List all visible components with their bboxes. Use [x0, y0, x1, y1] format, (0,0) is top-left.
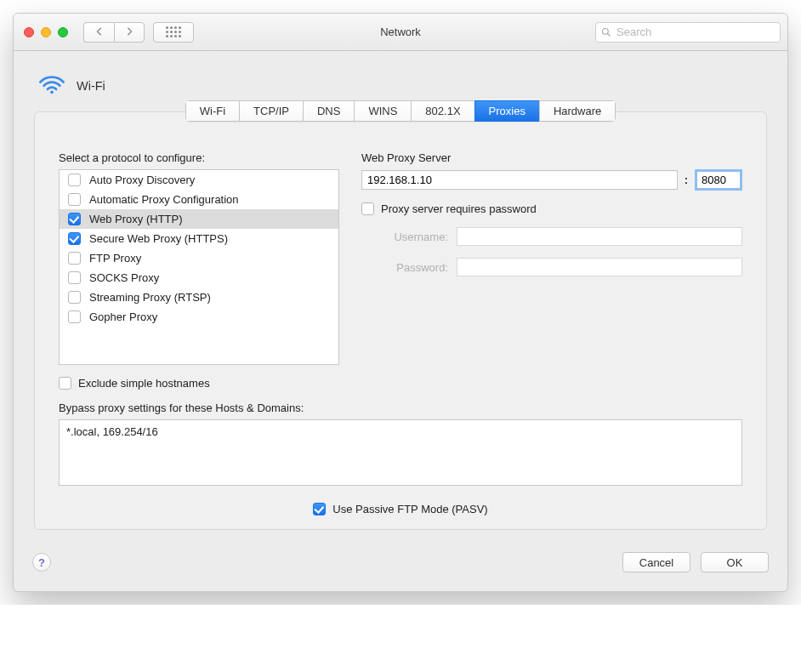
passive-ftp-checkbox[interactable] — [313, 503, 326, 515]
zoom-window-button[interactable] — [58, 27, 68, 37]
protocol-checkbox[interactable] — [68, 271, 81, 284]
requires-password-label: Proxy server requires password — [381, 202, 537, 215]
tab-802-1x[interactable]: 802.1X — [411, 100, 474, 122]
minimize-window-button[interactable] — [41, 27, 51, 37]
protocol-row[interactable]: FTP Proxy — [60, 248, 338, 268]
help-icon: ? — [38, 556, 45, 569]
proxy-port-input[interactable] — [695, 169, 742, 191]
ok-button[interactable]: OK — [701, 552, 769, 572]
protocol-column: Select a protocol to configure: Auto Pro… — [59, 151, 339, 390]
protocol-checkbox[interactable] — [68, 174, 81, 186]
protocol-checkbox[interactable] — [68, 310, 81, 323]
tab-proxies[interactable]: Proxies — [474, 100, 539, 122]
protocol-label: Gopher Proxy — [89, 310, 157, 323]
protocol-label: Streaming Proxy (RTSP) — [89, 291, 211, 304]
bypass-label: Bypass proxy settings for these Hosts & … — [59, 401, 742, 414]
protocol-list[interactable]: Auto Proxy DiscoveryAutomatic Proxy Conf… — [59, 169, 339, 365]
protocol-row[interactable]: SOCKS Proxy — [60, 268, 338, 288]
tab-wins[interactable]: WINS — [354, 100, 411, 122]
close-window-button[interactable] — [24, 27, 34, 37]
search-icon — [601, 27, 611, 37]
svg-point-0 — [603, 28, 609, 34]
protocol-label: Web Proxy (HTTP) — [89, 213, 183, 225]
password-label: Password: — [361, 261, 448, 274]
protocol-label: Auto Proxy Discovery — [89, 174, 195, 186]
footer: ? Cancel OK — [14, 545, 787, 591]
passive-ftp-label: Use Passive FTP Mode (PASV) — [332, 503, 487, 515]
protocol-checkbox[interactable] — [68, 252, 81, 265]
exclude-simple-hostnames-label: Exclude simple hostnames — [78, 377, 210, 390]
bypass-section: Bypass proxy settings for these Hosts & … — [35, 390, 766, 486]
search-input[interactable]: Search — [595, 22, 781, 43]
svg-point-2 — [50, 90, 54, 94]
nav-buttons — [83, 22, 145, 43]
forward-button[interactable] — [114, 22, 145, 43]
host-port-separator: : — [685, 174, 688, 186]
server-column: Web Proxy Server : Proxy server requires… — [361, 151, 742, 390]
protocol-row[interactable]: Automatic Proxy Configuration — [60, 190, 338, 209]
password-input[interactable] — [457, 258, 742, 276]
protocol-row[interactable]: Streaming Proxy (RTSP) — [60, 288, 338, 307]
settings-group: Wi-FiTCP/IPDNSWINS802.1XProxiesHardware … — [34, 111, 767, 530]
help-button[interactable]: ? — [32, 553, 51, 572]
protocol-label: Automatic Proxy Configuration — [89, 193, 239, 206]
chevron-right-icon — [125, 26, 134, 38]
tab-dns[interactable]: DNS — [303, 100, 354, 122]
svg-line-1 — [608, 33, 611, 36]
back-button[interactable] — [83, 22, 114, 43]
protocol-label: FTP Proxy — [89, 252, 141, 265]
protocol-checkbox[interactable] — [68, 213, 81, 225]
protocol-label: Secure Web Proxy (HTTPS) — [89, 232, 228, 245]
interface-label: Wi-Fi — [77, 79, 105, 93]
server-section-label: Web Proxy Server — [361, 151, 742, 164]
tab-wi-fi[interactable]: Wi-Fi — [185, 100, 239, 122]
tab-hardware[interactable]: Hardware — [539, 100, 616, 122]
requires-password-checkbox[interactable] — [361, 202, 374, 215]
grid-icon — [166, 26, 181, 37]
cancel-button[interactable]: Cancel — [622, 552, 690, 572]
bypass-textarea[interactable]: *.local, 169.254/16 — [59, 419, 742, 486]
protocol-section-label: Select a protocol to configure: — [59, 151, 339, 164]
traffic-lights — [20, 27, 75, 37]
titlebar: Network Search — [14, 14, 787, 51]
tab-bar: Wi-FiTCP/IPDNSWINS802.1XProxiesHardware — [35, 100, 766, 122]
interface-header: Wi-Fi — [14, 51, 787, 105]
protocol-checkbox[interactable] — [68, 291, 81, 304]
network-prefs-window: Network Search Wi-Fi Wi-FiTCP/IPDNSWINS8… — [13, 13, 788, 592]
protocol-row[interactable]: Web Proxy (HTTP) — [60, 209, 338, 229]
exclude-simple-hostnames-checkbox[interactable] — [59, 377, 71, 390]
search-placeholder: Search — [616, 26, 651, 38]
username-input[interactable] — [457, 227, 742, 246]
tab-tcp-ip[interactable]: TCP/IP — [239, 100, 303, 122]
username-label: Username: — [361, 231, 448, 243]
proxy-host-input[interactable] — [361, 170, 678, 190]
protocol-row[interactable]: Gopher Proxy — [60, 307, 338, 327]
chevron-left-icon — [95, 26, 104, 38]
protocol-checkbox[interactable] — [68, 232, 81, 245]
show-all-button[interactable] — [153, 22, 194, 43]
protocol-row[interactable]: Auto Proxy Discovery — [60, 170, 338, 190]
protocol-row[interactable]: Secure Web Proxy (HTTPS) — [60, 229, 338, 248]
protocol-checkbox[interactable] — [68, 193, 81, 206]
wifi-icon — [37, 73, 66, 98]
protocol-label: SOCKS Proxy — [89, 271, 159, 284]
